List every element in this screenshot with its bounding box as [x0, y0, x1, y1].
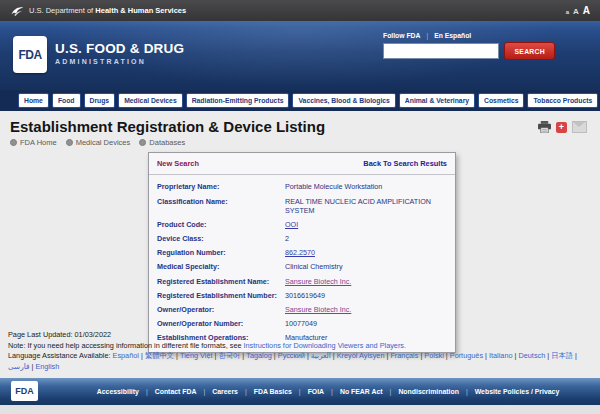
brand-line1: U.S. FOOD & DRUG: [55, 41, 184, 56]
detail-value: 10077049: [285, 319, 447, 328]
print-icon[interactable]: [538, 121, 551, 133]
font-size-small-button[interactable]: a: [566, 9, 569, 15]
detail-row-medical-specialty: Medical Specialty:Clinical Chemistry: [149, 260, 455, 274]
main-content: Establishment Registration & Device List…: [0, 111, 600, 378]
breadcrumb-fda-home[interactable]: FDA Home: [10, 138, 57, 147]
tab-home[interactable]: Home: [18, 93, 49, 108]
detail-value-link-862-2570[interactable]: 862.2570: [285, 248, 315, 257]
viewers-players-link[interactable]: Instructions for Downloading Viewers and…: [244, 341, 407, 350]
hhs-text-prefix: U.S. Department of: [29, 6, 93, 15]
language-link-item[interactable]: فارسی: [8, 362, 29, 371]
hhs-text-bold: Health & Human Services: [95, 6, 186, 15]
breadcrumb-databases[interactable]: Databases: [139, 138, 185, 147]
detail-value-link-sansure-biotech-inc[interactable]: Sansure Biotech Inc.: [285, 277, 351, 286]
font-size-large-button[interactable]: A: [583, 5, 590, 16]
language-label: Language Assistance Available:: [8, 351, 113, 360]
detail-label: Medical Specialty:: [157, 262, 285, 271]
language-link-item[interactable]: 한국어: [218, 351, 240, 360]
breadcrumb: FDA HomeMedical DevicesDatabases: [10, 138, 600, 147]
language-link-item[interactable]: 日本語: [551, 351, 573, 360]
footer-link-contact-fda[interactable]: Contact FDA: [155, 388, 197, 395]
fda-logo[interactable]: FDA: [13, 36, 47, 73]
note-text: Note: If you need help accessing informa…: [8, 341, 244, 350]
detail-label: Registered Establishment Number:: [157, 291, 285, 300]
footer-separator: |: [203, 388, 205, 395]
footer-link-careers[interactable]: Careers: [212, 388, 238, 395]
email-icon[interactable]: [572, 121, 587, 133]
font-size-medium-button[interactable]: A: [573, 7, 579, 16]
footer-separator: |: [299, 388, 301, 395]
detail-row-regulation-number: Regulation Number:862.2570: [149, 246, 455, 260]
search-button[interactable]: SEARCH: [504, 42, 555, 60]
share-plus-glyph: +: [559, 123, 564, 132]
tab-radiation-emitting-products[interactable]: Radiation-Emitting Products: [186, 93, 290, 108]
detail-label: Classification Name:: [157, 197, 285, 216]
detail-value: Sansure Biotech Inc.: [285, 277, 447, 286]
language-link-polski[interactable]: Polski: [424, 351, 443, 360]
tab-tobacco-products[interactable]: Tobacco Products: [527, 93, 598, 108]
language-assistance: Language Assistance Available: Español |…: [8, 351, 594, 372]
font-size-controls: a A A: [566, 5, 590, 16]
language-link-item[interactable]: Русский: [278, 351, 305, 360]
detail-row-owner-operator: Owner/Operator:Sansure Biotech Inc.: [149, 302, 455, 316]
header-right: Follow FDA | En Español SEARCH: [383, 32, 555, 60]
follow-fda-link[interactable]: Follow FDA: [383, 32, 420, 39]
main-nav-bar: HomeFoodDrugsMedical DevicesRadiation-Em…: [0, 90, 600, 111]
language-link-deutsch[interactable]: Deutsch: [518, 351, 545, 360]
detail-value: REAL TIME NUCLEIC ACID AMPLIFICATION SYS…: [285, 197, 447, 216]
detail-value: Sansure Biotech Inc.: [285, 305, 447, 314]
detail-row-product-code: Product Code:OOI: [149, 218, 455, 232]
footer-separator: |: [390, 388, 392, 395]
detail-row-proprietary-name: Proprietary Name:Portable Molecule Works…: [149, 180, 455, 194]
new-search-link[interactable]: New Search: [157, 159, 199, 168]
tab-animal-veterinary[interactable]: Animal & Veterinary: [399, 93, 475, 108]
language-link-tagalog[interactable]: Tagalog: [246, 351, 272, 360]
page-title: Establishment Registration & Device List…: [10, 118, 600, 135]
tab-drugs[interactable]: Drugs: [84, 93, 116, 108]
detail-value: OOI: [285, 220, 447, 229]
breadcrumb-medical-devices[interactable]: Medical Devices: [66, 138, 131, 147]
footer-fda-logo-text: FDA: [15, 386, 34, 396]
share-icon[interactable]: +: [556, 122, 567, 133]
detail-row-device-class: Device Class:2: [149, 232, 455, 246]
fda-registration-page: U.S. Department of Health & Human Servic…: [0, 0, 600, 414]
tab-cosmetics[interactable]: Cosmetics: [478, 93, 524, 108]
footer-separator: |: [146, 388, 148, 395]
fda-brand: U.S. FOOD & DRUG ADMINISTRATION: [55, 41, 184, 65]
search-input[interactable]: [383, 43, 499, 59]
detail-label: Owner/Operator Number:: [157, 319, 285, 328]
detail-row-registered-establishment-name: Registered Establishment Name:Sansure Bi…: [149, 274, 455, 288]
tab-medical-devices[interactable]: Medical Devices: [118, 93, 183, 108]
detail-value: 862.2570: [285, 248, 447, 257]
footer-link-nondiscrimination[interactable]: Nondiscrimination: [398, 388, 459, 395]
back-to-search-results-link[interactable]: Back To Search Results: [363, 159, 447, 168]
language-link-espa-ol[interactable]: Español: [113, 351, 139, 360]
language-link-ti-ng-vi-t[interactable]: Tiếng Việt: [180, 351, 212, 360]
tab-food[interactable]: Food: [52, 93, 81, 108]
en-espanol-link[interactable]: En Español: [434, 32, 471, 39]
detail-value-link-ooi[interactable]: OOI: [285, 220, 298, 229]
footer-separator: |: [466, 388, 468, 395]
footer-separator: |: [245, 388, 247, 395]
language-link-krey-l-ayisyen[interactable]: Kreyòl Ayisyen: [337, 351, 385, 360]
device-detail-card: New Search Back To Search Results Propri…: [148, 152, 456, 353]
language-link-italiano[interactable]: Italiano: [489, 351, 513, 360]
footer-links: Accessibility|Contact FDA|Careers|FDA Ba…: [60, 378, 596, 405]
language-link-portugu-s[interactable]: Português: [450, 351, 483, 360]
footer-link-foia[interactable]: FOIA: [308, 388, 324, 395]
footer-link-accessibility[interactable]: Accessibility: [97, 388, 139, 395]
detail-value: Clinical Chemistry: [285, 262, 447, 271]
detail-label: Regulation Number:: [157, 248, 285, 257]
language-separator: |: [573, 351, 577, 360]
language-link-item[interactable]: العربية: [311, 351, 331, 360]
language-link-english[interactable]: English: [35, 362, 59, 371]
footer-bar: FDA Accessibility|Contact FDA|Careers|FD…: [0, 378, 600, 405]
footer-link-no-fear-act[interactable]: No FEAR Act: [340, 388, 383, 395]
language-link-item[interactable]: 繁體中文: [145, 351, 174, 360]
footer-fda-logo[interactable]: FDA: [11, 381, 38, 401]
footer-link-website-policies-privacy[interactable]: Website Policies / Privacy: [475, 388, 560, 395]
language-link-fran-ais[interactable]: Français: [390, 351, 418, 360]
detail-value-link-sansure-biotech-inc[interactable]: Sansure Biotech Inc.: [285, 305, 351, 314]
tab-vaccines-blood-biologics[interactable]: Vaccines, Blood & Biologics: [292, 93, 395, 108]
footer-link-fda-basics[interactable]: FDA Basics: [254, 388, 292, 395]
